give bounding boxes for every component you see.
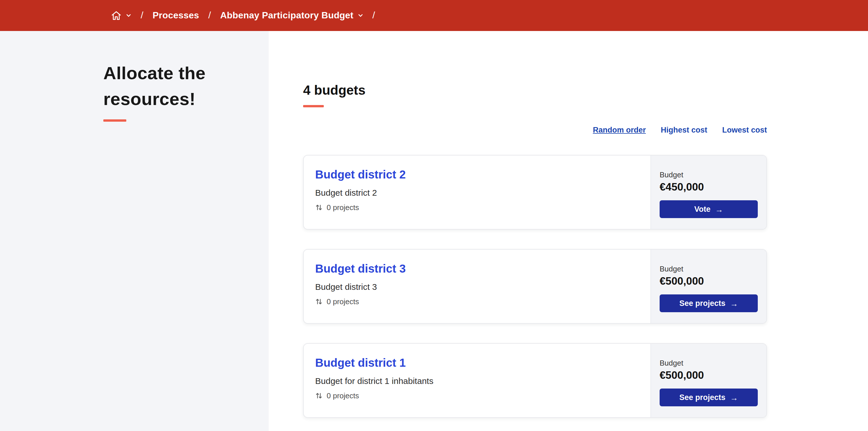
vote-button[interactable]: Vote → [660,200,758,218]
budget-card-aside: Budget €500,000 See projects → [650,250,766,323]
breadcrumb-processes-link[interactable]: Processes [152,10,199,21]
budgets-section: 4 budgets Random order Highest cost Lowe… [303,83,767,418]
sidebar: Allocate the resources! [0,31,269,431]
budget-card-subtitle: Budget district 3 [315,282,639,291]
sort-random-order-link[interactable]: Random order [593,126,646,134]
budget-card-aside: Budget €500,000 See projects → [650,344,766,417]
budget-card: Budget district 1 Budget for district 1 … [303,343,767,418]
see-projects-button-label: See projects [679,393,725,402]
breadcrumb-separator: / [372,10,375,21]
arrow-right-icon: → [730,393,738,401]
process-dropdown-toggle[interactable] [358,12,363,18]
budgets-count-heading: 4 budgets [303,83,767,98]
budget-card-title-link[interactable]: Budget district 1 [315,357,406,370]
projects-sort-arrows-icon [315,392,322,399]
budget-amount: €500,000 [660,369,758,382]
sort-lowest-cost-link[interactable]: Lowest cost [722,126,767,134]
breadcrumb-separator: / [141,10,143,21]
projects-sort-arrows-icon [315,298,322,305]
home-link[interactable] [111,10,122,21]
budget-card-body: Budget district 3 Budget district 3 0 pr… [304,250,650,323]
budget-card-subtitle: Budget for district 1 inhabitants [315,376,639,386]
budget-card-aside: Budget €450,000 Vote → [650,156,766,229]
see-projects-button[interactable]: See projects → [660,389,758,406]
main-content: 4 budgets Random order Highest cost Lowe… [269,31,868,431]
budget-card-subtitle: Budget district 2 [315,188,639,197]
vote-button-label: Vote [694,205,711,214]
projects-sort-arrows-icon [315,204,322,211]
budget-card: Budget district 3 Budget district 3 0 pr… [303,249,767,324]
budget-card: Budget district 2 Budget district 2 0 pr… [303,155,767,229]
projects-count-label: 0 projects [327,391,359,400]
projects-count: 0 projects [315,203,639,212]
sidebar-title: Allocate the resources! [103,61,224,113]
breadcrumb-separator: / [208,10,211,21]
budget-amount: €500,000 [660,275,758,287]
breadcrumb-process-link[interactable]: Abbenay Participatory Budget [220,10,353,21]
see-projects-button-label: See projects [679,299,725,308]
budget-label: Budget [660,265,758,273]
budget-label: Budget [660,171,758,179]
title-accent-underline [103,119,126,122]
sort-highest-cost-link[interactable]: Highest cost [661,126,707,134]
heading-accent-underline [303,105,324,107]
arrow-right-icon: → [715,205,723,213]
projects-count-label: 0 projects [327,297,359,306]
page: / Processes / Abbenay Participatory Budg… [0,0,868,431]
budget-card-body: Budget district 1 Budget for district 1 … [304,344,650,417]
home-icon [111,10,122,21]
budget-label: Budget [660,359,758,367]
top-navigation-bar: / Processes / Abbenay Participatory Budg… [0,0,868,31]
see-projects-button[interactable]: See projects → [660,295,758,312]
budget-card-title-link[interactable]: Budget district 2 [315,168,406,181]
budget-card-list: Budget district 2 Budget district 2 0 pr… [303,155,767,418]
budget-card-title-link[interactable]: Budget district 3 [315,262,406,275]
projects-count: 0 projects [315,391,639,400]
budget-card-body: Budget district 2 Budget district 2 0 pr… [304,156,650,229]
page-body: Allocate the resources! 4 budgets Random… [0,31,868,431]
projects-count: 0 projects [315,297,639,306]
chevron-down-icon [358,12,363,18]
arrow-right-icon: → [730,299,738,307]
projects-count-label: 0 projects [327,203,359,212]
home-dropdown-toggle[interactable] [126,12,131,18]
breadcrumb: / Processes / Abbenay Participatory Budg… [111,10,384,21]
sort-options: Random order Highest cost Lowest cost [303,126,767,134]
chevron-down-icon [126,12,131,18]
budget-amount: €450,000 [660,181,758,193]
